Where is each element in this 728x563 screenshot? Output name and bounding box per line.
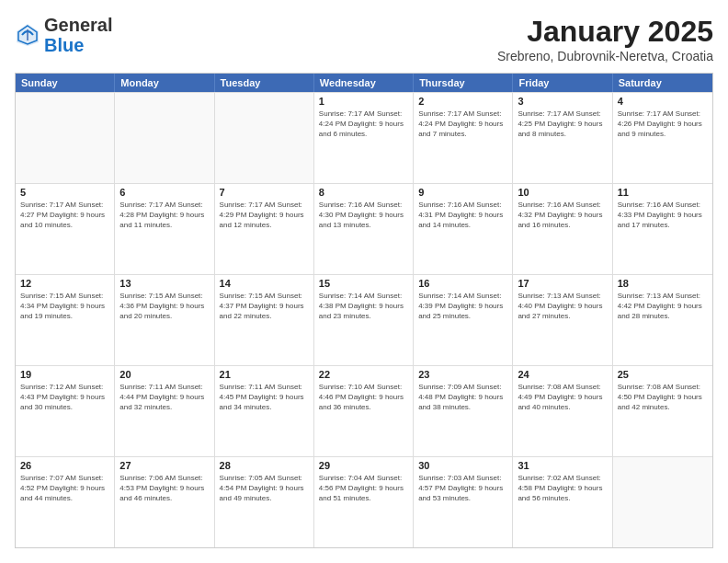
day-number: 23 (418, 369, 507, 380)
day-cell-6: 6Sunrise: 7:17 AM Sunset: 4:28 PM Daylig… (115, 184, 214, 274)
day-header-friday: Friday (513, 74, 612, 92)
day-cell-24: 24Sunrise: 7:08 AM Sunset: 4:49 PM Dayli… (513, 366, 612, 456)
day-cell-4: 4Sunrise: 7:17 AM Sunset: 4:26 PM Daylig… (613, 93, 712, 183)
day-header-monday: Monday (115, 74, 214, 92)
day-number: 29 (319, 460, 408, 471)
logo-general: General (44, 15, 112, 35)
day-number: 5 (20, 187, 109, 198)
empty-cell-0-0 (16, 93, 115, 183)
day-info: Sunrise: 7:04 AM Sunset: 4:56 PM Dayligh… (319, 473, 408, 504)
day-info: Sunrise: 7:17 AM Sunset: 4:26 PM Dayligh… (618, 109, 708, 140)
day-info: Sunrise: 7:11 AM Sunset: 4:45 PM Dayligh… (220, 382, 309, 413)
day-header-sunday: Sunday (16, 74, 115, 92)
day-number: 7 (220, 187, 309, 198)
day-cell-18: 18Sunrise: 7:13 AM Sunset: 4:42 PM Dayli… (613, 275, 712, 365)
day-info: Sunrise: 7:02 AM Sunset: 4:58 PM Dayligh… (518, 473, 607, 504)
day-info: Sunrise: 7:17 AM Sunset: 4:24 PM Dayligh… (418, 109, 507, 140)
day-cell-8: 8Sunrise: 7:16 AM Sunset: 4:30 PM Daylig… (314, 184, 414, 274)
day-number: 18 (618, 278, 708, 289)
day-number: 24 (518, 369, 607, 380)
day-cell-15: 15Sunrise: 7:14 AM Sunset: 4:38 PM Dayli… (314, 275, 414, 365)
day-cell-7: 7Sunrise: 7:17 AM Sunset: 4:29 PM Daylig… (215, 184, 314, 274)
day-number: 6 (119, 187, 209, 198)
day-number: 9 (418, 187, 507, 198)
day-header-wednesday: Wednesday (314, 74, 414, 92)
day-cell-14: 14Sunrise: 7:15 AM Sunset: 4:37 PM Dayli… (215, 275, 314, 365)
day-info: Sunrise: 7:14 AM Sunset: 4:38 PM Dayligh… (319, 291, 408, 322)
day-info: Sunrise: 7:17 AM Sunset: 4:29 PM Dayligh… (220, 200, 309, 231)
calendar-body: 1Sunrise: 7:17 AM Sunset: 4:24 PM Daylig… (16, 92, 712, 547)
day-info: Sunrise: 7:09 AM Sunset: 4:48 PM Dayligh… (418, 382, 507, 413)
day-info: Sunrise: 7:17 AM Sunset: 4:25 PM Dayligh… (518, 109, 607, 140)
calendar-row-2: 12Sunrise: 7:15 AM Sunset: 4:34 PM Dayli… (16, 274, 712, 365)
day-number: 22 (319, 369, 408, 380)
empty-cell-0-1 (115, 93, 214, 183)
day-number: 28 (220, 460, 309, 471)
day-header-tuesday: Tuesday (215, 74, 314, 92)
day-info: Sunrise: 7:08 AM Sunset: 4:50 PM Dayligh… (618, 382, 708, 413)
day-cell-28: 28Sunrise: 7:05 AM Sunset: 4:54 PM Dayli… (215, 457, 314, 547)
day-header-thursday: Thursday (414, 74, 513, 92)
day-number: 25 (618, 369, 708, 380)
day-number: 30 (418, 460, 507, 471)
calendar-row-3: 19Sunrise: 7:12 AM Sunset: 4:43 PM Dayli… (16, 365, 712, 456)
day-cell-31: 31Sunrise: 7:02 AM Sunset: 4:58 PM Dayli… (513, 457, 612, 547)
day-number: 8 (319, 187, 408, 198)
calendar-header: SundayMondayTuesdayWednesdayThursdayFrid… (16, 74, 712, 92)
day-number: 13 (119, 278, 209, 289)
day-info: Sunrise: 7:10 AM Sunset: 4:46 PM Dayligh… (319, 382, 408, 413)
day-cell-21: 21Sunrise: 7:11 AM Sunset: 4:45 PM Dayli… (215, 366, 314, 456)
day-info: Sunrise: 7:15 AM Sunset: 4:34 PM Dayligh… (20, 291, 109, 322)
day-cell-26: 26Sunrise: 7:07 AM Sunset: 4:52 PM Dayli… (16, 457, 115, 547)
day-number: 2 (418, 96, 507, 107)
day-number: 15 (319, 278, 408, 289)
day-cell-13: 13Sunrise: 7:15 AM Sunset: 4:36 PM Dayli… (115, 275, 214, 365)
day-number: 14 (220, 278, 309, 289)
day-cell-2: 2Sunrise: 7:17 AM Sunset: 4:24 PM Daylig… (414, 93, 513, 183)
day-number: 3 (518, 96, 607, 107)
day-info: Sunrise: 7:16 AM Sunset: 4:31 PM Dayligh… (418, 200, 507, 231)
day-info: Sunrise: 7:08 AM Sunset: 4:49 PM Dayligh… (518, 382, 607, 413)
day-cell-20: 20Sunrise: 7:11 AM Sunset: 4:44 PM Dayli… (115, 366, 214, 456)
location: Srebreno, Dubrovnik-Neretva, Croatia (497, 49, 713, 63)
calendar-row-0: 1Sunrise: 7:17 AM Sunset: 4:24 PM Daylig… (16, 92, 712, 183)
day-cell-22: 22Sunrise: 7:10 AM Sunset: 4:46 PM Dayli… (314, 366, 414, 456)
day-cell-19: 19Sunrise: 7:12 AM Sunset: 4:43 PM Dayli… (16, 366, 115, 456)
day-cell-17: 17Sunrise: 7:13 AM Sunset: 4:40 PM Dayli… (513, 275, 612, 365)
logo-blue: Blue (44, 35, 84, 55)
day-info: Sunrise: 7:17 AM Sunset: 4:27 PM Dayligh… (20, 200, 109, 231)
day-cell-11: 11Sunrise: 7:16 AM Sunset: 4:33 PM Dayli… (613, 184, 712, 274)
day-cell-25: 25Sunrise: 7:08 AM Sunset: 4:50 PM Dayli… (613, 366, 712, 456)
calendar-row-4: 26Sunrise: 7:07 AM Sunset: 4:52 PM Dayli… (16, 456, 712, 547)
day-info: Sunrise: 7:17 AM Sunset: 4:24 PM Dayligh… (319, 109, 408, 140)
day-number: 10 (518, 187, 607, 198)
day-cell-29: 29Sunrise: 7:04 AM Sunset: 4:56 PM Dayli… (314, 457, 414, 547)
day-number: 17 (518, 278, 607, 289)
day-info: Sunrise: 7:06 AM Sunset: 4:53 PM Dayligh… (119, 473, 209, 504)
day-number: 20 (119, 369, 209, 380)
day-cell-16: 16Sunrise: 7:14 AM Sunset: 4:39 PM Dayli… (414, 275, 513, 365)
day-info: Sunrise: 7:03 AM Sunset: 4:57 PM Dayligh… (418, 473, 507, 504)
logo-text: General Blue (44, 15, 112, 55)
day-number: 26 (20, 460, 109, 471)
day-cell-27: 27Sunrise: 7:06 AM Sunset: 4:53 PM Dayli… (115, 457, 214, 547)
logo: General Blue (15, 15, 112, 55)
page: General Blue January 2025 Srebreno, Dubr… (0, 0, 728, 563)
empty-cell-0-2 (215, 93, 314, 183)
day-info: Sunrise: 7:15 AM Sunset: 4:36 PM Dayligh… (119, 291, 209, 322)
calendar: SundayMondayTuesdayWednesdayThursdayFrid… (15, 73, 713, 548)
day-number: 19 (20, 369, 109, 380)
day-info: Sunrise: 7:15 AM Sunset: 4:37 PM Dayligh… (220, 291, 309, 322)
day-info: Sunrise: 7:07 AM Sunset: 4:52 PM Dayligh… (20, 473, 109, 504)
day-header-saturday: Saturday (613, 74, 712, 92)
title-block: January 2025 Srebreno, Dubrovnik-Neretva… (497, 15, 713, 63)
day-info: Sunrise: 7:05 AM Sunset: 4:54 PM Dayligh… (220, 473, 309, 504)
day-info: Sunrise: 7:16 AM Sunset: 4:33 PM Dayligh… (618, 200, 708, 231)
day-cell-30: 30Sunrise: 7:03 AM Sunset: 4:57 PM Dayli… (414, 457, 513, 547)
day-info: Sunrise: 7:14 AM Sunset: 4:39 PM Dayligh… (418, 291, 507, 322)
day-cell-9: 9Sunrise: 7:16 AM Sunset: 4:31 PM Daylig… (414, 184, 513, 274)
day-number: 1 (319, 96, 408, 107)
day-number: 21 (220, 369, 309, 380)
day-cell-5: 5Sunrise: 7:17 AM Sunset: 4:27 PM Daylig… (16, 184, 115, 274)
day-info: Sunrise: 7:16 AM Sunset: 4:32 PM Dayligh… (518, 200, 607, 231)
